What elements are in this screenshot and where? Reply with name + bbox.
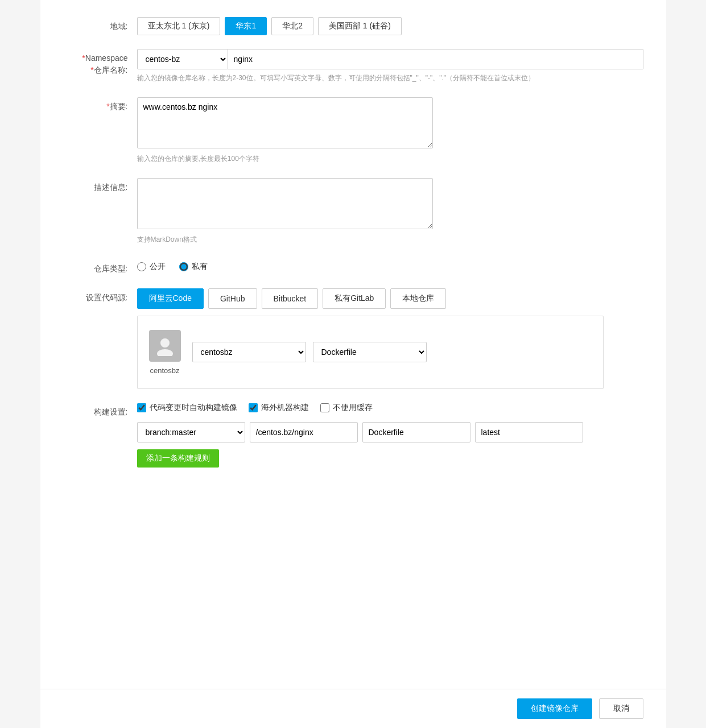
code-source-label: 设置代码源: xyxy=(63,288,137,304)
avatar-icon xyxy=(149,330,181,362)
radio-public-input[interactable] xyxy=(137,262,146,271)
radio-private[interactable]: 私有 xyxy=(179,262,208,272)
namespace-select[interactable]: centos-bz xyxy=(137,49,228,69)
checkbox-auto-build[interactable]: 代码变更时自动构建镜像 xyxy=(137,403,237,413)
checkbox-auto-build-input[interactable] xyxy=(137,403,146,412)
repo-type-content: 公开 私有 xyxy=(137,259,643,272)
namespace-label-line1: *Namespace xyxy=(82,53,127,63)
description-row: 描述信息: 支持MarkDown格式 xyxy=(63,178,643,245)
source-selects: centosbz Dockerfile xyxy=(192,342,427,362)
code-source-btn-2[interactable]: Bitbucket xyxy=(262,288,319,309)
bottom-bar: 创建镜像仓库 取消 xyxy=(40,689,666,728)
checkbox-no-cache[interactable]: 不使用缓存 xyxy=(320,403,373,413)
repo-type-label: 仓库类型: xyxy=(63,259,137,275)
dockerfile-input[interactable] xyxy=(362,422,470,442)
namespace-input-row: centos-bz xyxy=(137,49,643,69)
radio-public[interactable]: 公开 xyxy=(137,262,166,272)
code-source-btn-1[interactable]: GitHub xyxy=(208,288,257,309)
radio-group: 公开 私有 xyxy=(137,259,643,272)
checkbox-no-cache-input[interactable] xyxy=(320,403,329,412)
namespace-content: centos-bz 输入您的镜像仓库名称，长度为2-30位。可填写小写英文字母、… xyxy=(137,49,643,84)
dockerfile-select[interactable]: Dockerfile xyxy=(313,342,427,362)
code-source-row: 设置代码源: 阿里云Code GitHub Bitbucket 私有GitLab… xyxy=(63,288,643,389)
description-label: 描述信息: xyxy=(63,178,137,193)
region-btn-2[interactable]: 华北2 xyxy=(271,17,313,35)
description-hint: 支持MarkDown格式 xyxy=(137,234,643,245)
svg-point-0 xyxy=(160,338,170,348)
code-source-group: 阿里云Code GitHub Bitbucket 私有GitLab 本地仓库 xyxy=(137,288,643,309)
code-source-btn-0[interactable]: 阿里云Code xyxy=(137,288,204,309)
summary-label: *摘要: xyxy=(63,97,137,113)
code-source-btn-4[interactable]: 本地仓库 xyxy=(390,288,446,309)
namespace-hint: 输入您的镜像仓库名称，长度为2-30位。可填写小写英文字母、数字，可使用的分隔符… xyxy=(137,73,643,84)
region-btn-1[interactable]: 华东1 xyxy=(225,17,267,35)
code-source-btn-3[interactable]: 私有GitLab xyxy=(323,288,386,309)
branch-select[interactable]: branch:master xyxy=(137,422,245,442)
build-settings-row: 构建设置: 代码变更时自动构建镜像 海外机器构建 不使用缓存 xyxy=(63,403,643,468)
repo-name-input[interactable] xyxy=(228,49,643,69)
region-label: 地域: xyxy=(63,17,137,32)
namespace-row: *Namespace *仓库名称: centos-bz 输入您的镜像仓库名称，长… xyxy=(63,49,643,84)
checkbox-overseas[interactable]: 海外机器构建 xyxy=(249,403,309,413)
summary-textarea[interactable]: www.centos.bz nginx xyxy=(137,97,433,148)
build-rule-row: branch:master xyxy=(137,422,604,442)
repo-type-row: 仓库类型: 公开 私有 xyxy=(63,259,643,275)
svg-point-1 xyxy=(157,349,173,356)
create-repo-button[interactable]: 创建镜像仓库 xyxy=(517,698,592,719)
avatar-section: centosbz xyxy=(149,330,181,375)
code-source-content: 阿里云Code GitHub Bitbucket 私有GitLab 本地仓库 c… xyxy=(137,288,643,389)
summary-row: *摘要: www.centos.bz nginx 输入您的仓库的摘要,长度最长1… xyxy=(63,97,643,164)
namespace-code-select[interactable]: centosbz xyxy=(192,342,306,362)
checkbox-no-cache-label: 不使用缓存 xyxy=(333,403,373,413)
radio-private-input[interactable] xyxy=(179,262,188,271)
avatar-label: centosbz xyxy=(150,366,179,375)
region-group: 亚太东北 1 (东京) 华东1 华北2 美国西部 1 (硅谷) xyxy=(137,17,643,35)
description-textarea[interactable] xyxy=(137,178,433,229)
cancel-button[interactable]: 取消 xyxy=(599,698,643,719)
region-row: 地域: 亚太东北 1 (东京) 华东1 华北2 美国西部 1 (硅谷) xyxy=(63,17,643,35)
checkbox-overseas-input[interactable] xyxy=(249,403,258,412)
description-content: 支持MarkDown格式 xyxy=(137,178,643,245)
tag-input[interactable] xyxy=(475,422,583,442)
namespace-label-line2: *仓库名称: xyxy=(90,65,127,75)
build-settings-label: 构建设置: xyxy=(63,403,137,418)
checkbox-overseas-label: 海外机器构建 xyxy=(261,403,309,413)
path-input[interactable] xyxy=(250,422,358,442)
build-settings-section: 代码变更时自动构建镜像 海外机器构建 不使用缓存 branch:master xyxy=(137,403,604,468)
checkbox-row: 代码变更时自动构建镜像 海外机器构建 不使用缓存 xyxy=(137,403,604,413)
namespace-label: *Namespace *仓库名称: xyxy=(63,49,137,76)
radio-public-label: 公开 xyxy=(150,262,166,272)
code-source-panel: centosbz centosbz Dockerfile xyxy=(137,316,604,389)
summary-hint: 输入您的仓库的摘要,长度最长100个字符 xyxy=(137,154,643,164)
build-settings-content: 代码变更时自动构建镜像 海外机器构建 不使用缓存 branch:master xyxy=(137,403,643,468)
summary-content: www.centos.bz nginx 输入您的仓库的摘要,长度最长100个字符 xyxy=(137,97,643,164)
radio-private-label: 私有 xyxy=(192,262,208,272)
region-btn-0[interactable]: 亚太东北 1 (东京) xyxy=(137,17,221,35)
page-container: 地域: 亚太东北 1 (东京) 华东1 华北2 美国西部 1 (硅谷) *Nam… xyxy=(40,0,666,728)
checkbox-auto-build-label: 代码变更时自动构建镜像 xyxy=(150,403,237,413)
add-rule-button[interactable]: 添加一条构建规则 xyxy=(137,449,219,468)
region-btn-3[interactable]: 美国西部 1 (硅谷) xyxy=(318,17,402,35)
region-content: 亚太东北 1 (东京) 华东1 华北2 美国西部 1 (硅谷) xyxy=(137,17,643,35)
